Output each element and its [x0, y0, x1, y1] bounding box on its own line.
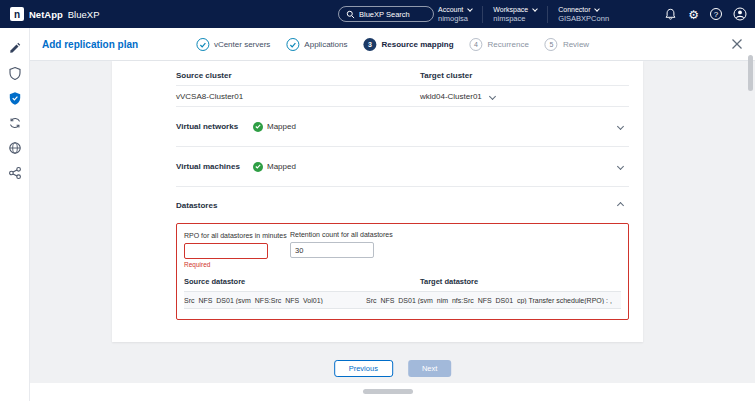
wizard-content: Source cluster Target cluster vVCSA8-Clu… — [30, 61, 755, 401]
step-label: Review — [563, 40, 589, 49]
source-cluster-value: vVCSA8-Cluster01 — [176, 92, 243, 101]
target-datastore-cell: Src_NFS_DS01 (svm_nim_nfs:Src_NFS_DS01_c… — [366, 297, 621, 304]
extensions-globe-icon[interactable] — [7, 140, 22, 155]
step-label: Resource mapping — [382, 40, 454, 49]
topbar-icons — [664, 0, 747, 28]
target-cluster-select[interactable]: wkld04-Cluster01 — [420, 92, 629, 101]
mobility-sync-icon[interactable] — [7, 115, 22, 130]
horizontal-scrollbar[interactable] — [363, 389, 413, 394]
step-label: Recurrence — [488, 40, 529, 49]
target-cluster-value: wkld04-Cluster01 — [420, 92, 482, 101]
datastores-section[interactable]: Datastores — [176, 187, 629, 223]
source-cluster-header: Source cluster — [176, 61, 420, 85]
brand-name: NetApp — [29, 9, 63, 20]
rpo-label: RPO for all datastores in minutes — [184, 232, 287, 239]
connector-label: Connector — [558, 6, 590, 13]
left-nav — [0, 28, 30, 401]
chevron-down-icon — [595, 6, 601, 12]
retention-label: Retention count for all datastores — [290, 231, 393, 238]
rpo-input[interactable] — [184, 243, 268, 259]
page-title: Add replication plan — [42, 28, 138, 61]
chevron-down-icon — [489, 92, 496, 99]
mapped-status: Mapped — [267, 162, 296, 171]
datastore-table: Source datastore Target datastore Src_NF… — [184, 277, 621, 309]
next-button[interactable]: Next — [408, 360, 451, 377]
netapp-logo-icon: n — [10, 7, 24, 21]
chevron-down-icon — [532, 6, 538, 12]
workspace-menu[interactable]: Workspace nimspace — [482, 6, 547, 23]
step-number: 3 — [364, 38, 377, 51]
step-number: 4 — [470, 38, 483, 51]
step-done-icon — [286, 38, 299, 51]
connector-menu[interactable]: Connector GISABXPConn — [547, 6, 619, 23]
target-cluster-header: Target cluster — [420, 61, 629, 85]
sharing-icon[interactable] — [7, 165, 22, 180]
search-label: BlueXP Search — [359, 10, 410, 19]
source-datastore-cell: Src_NFS_DS01 (svm_NFS:Src_NFS_Vol01) — [184, 297, 366, 304]
canvas-icon[interactable] — [7, 40, 22, 55]
brand-product: BlueXP — [68, 9, 100, 20]
protection-shield-icon[interactable] — [7, 90, 22, 105]
account-label: Account — [438, 6, 463, 13]
section-label: Virtual networks — [176, 122, 253, 131]
brand: n NetApp BlueXP — [10, 0, 99, 28]
section-label: Datastores — [176, 201, 253, 210]
user-icon[interactable] — [733, 7, 747, 21]
bluexp-search[interactable]: BlueXP Search — [338, 6, 434, 22]
virtual-machines-section[interactable]: Virtual machines Mapped — [176, 147, 629, 187]
mapped-status: Mapped — [267, 122, 296, 131]
workspace-label: Workspace — [493, 6, 528, 13]
retention-input[interactable] — [290, 242, 374, 258]
table-row[interactable]: Src_NFS_DS01 (svm_NFS:Src_NFS_Vol01) Src… — [184, 291, 621, 309]
mapped-check-icon — [253, 162, 263, 172]
bell-icon[interactable] — [664, 8, 677, 21]
help-icon[interactable] — [710, 8, 722, 20]
step-resource-mapping[interactable]: 3 Resource mapping — [364, 38, 454, 51]
step-label: Applications — [304, 40, 347, 49]
source-datastore-header: Source datastore — [184, 277, 420, 286]
topbar-menus: Account nimogisa Workspace nimspace Conn… — [428, 0, 619, 28]
datastores-error-panel: RPO for all datastores in minutes Requir… — [176, 223, 629, 320]
search-icon — [346, 10, 355, 19]
wizard-footer: Previous Next — [334, 360, 452, 377]
resource-mapping-card: Source cluster Target cluster vVCSA8-Clu… — [112, 61, 643, 342]
topbar: n NetApp BlueXP BlueXP Search Account ni… — [0, 0, 755, 28]
step-label: vCenter servers — [214, 40, 270, 49]
virtual-networks-section[interactable]: Virtual networks Mapped — [176, 107, 629, 147]
step-applications[interactable]: Applications — [286, 38, 347, 51]
wizard-steps: vCenter servers Applications 3 Resource … — [196, 28, 589, 61]
required-message: Required — [184, 261, 290, 268]
step-vcenter-servers[interactable]: vCenter servers — [196, 38, 270, 51]
step-number: 5 — [545, 38, 558, 51]
step-recurrence[interactable]: 4 Recurrence — [470, 38, 529, 51]
connector-value: GISABXPConn — [558, 14, 609, 23]
bottom-strip — [30, 383, 755, 401]
section-label: Virtual machines — [176, 162, 253, 171]
wizard-header: Add replication plan vCenter servers App… — [30, 28, 755, 61]
account-menu[interactable]: Account nimogisa — [428, 6, 482, 23]
close-icon[interactable] — [731, 38, 743, 50]
chevron-down-icon[interactable] — [617, 163, 624, 170]
chevron-down-icon[interactable] — [617, 123, 624, 130]
workspace-value: nimspace — [493, 14, 537, 23]
step-review[interactable]: 5 Review — [545, 38, 589, 51]
target-datastore-header: Target datastore — [420, 277, 621, 286]
chevron-down-icon — [467, 6, 473, 12]
health-shield-icon[interactable] — [7, 65, 22, 80]
vertical-scrollbar[interactable] — [748, 55, 753, 91]
previous-button[interactable]: Previous — [334, 360, 393, 377]
chevron-up-icon[interactable] — [617, 201, 624, 208]
step-done-icon — [196, 38, 209, 51]
gear-icon[interactable] — [688, 5, 699, 23]
account-value: nimogisa — [438, 14, 472, 23]
mapped-check-icon — [253, 122, 263, 132]
